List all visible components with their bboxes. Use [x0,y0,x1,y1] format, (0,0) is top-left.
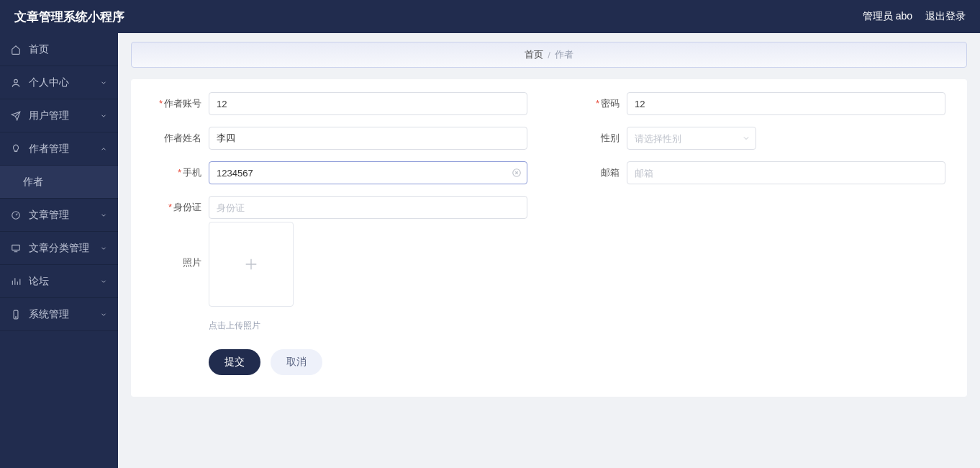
field-email: 邮箱 [571,161,945,184]
barchart-icon [10,276,22,287]
chevron-down-icon [99,244,108,253]
field-photo: 照片 点击上传照片 [153,222,945,332]
lightbulb-icon [10,143,22,155]
sidebar-item-authors[interactable]: 作者管理 [0,132,118,166]
select-gender[interactable] [627,127,756,150]
label-name: 作者姓名 [153,132,201,145]
field-idcard: *身份证 [153,196,527,219]
svg-point-0 [14,79,18,83]
app-header: 文章管理系统小程序 管理员 abo 退出登录 [0,0,980,33]
chevron-down-icon [99,211,108,220]
sidebar-item-label: 首页 [29,43,49,56]
input-account[interactable] [209,92,527,115]
upload-hint: 点击上传照片 [209,320,294,332]
input-name[interactable] [209,127,527,150]
cancel-button[interactable]: 取消 [271,349,322,375]
label-email: 邮箱 [571,166,620,179]
sidebar: 首页 个人中心 用户管理 作者管理 作者 文章管理 文章分类管理 [0,33,118,468]
sidebar-item-categories[interactable]: 文章分类管理 [0,232,118,265]
sidebar-item-system[interactable]: 系统管理 [0,298,118,331]
breadcrumb-current: 作者 [555,48,573,61]
label-phone: *手机 [153,166,201,179]
app-title: 文章管理系统小程序 [14,9,124,25]
input-email[interactable] [627,161,945,184]
sidebar-item-label: 作者 [23,176,43,189]
logout-link[interactable]: 退出登录 [925,10,966,23]
submit-button[interactable]: 提交 [209,349,260,375]
header-actions: 管理员 abo 退出登录 [863,10,966,23]
sidebar-item-profile[interactable]: 个人中心 [0,66,118,99]
field-name: 作者姓名 [153,127,527,150]
breadcrumb-root[interactable]: 首页 [525,48,543,61]
breadcrumb: 首页 / 作者 [131,42,967,68]
sidebar-item-home[interactable]: 首页 [0,33,118,66]
monitor-icon [10,243,22,254]
plus-icon [243,256,259,272]
chevron-down-icon [99,112,108,120]
home-icon [10,44,22,55]
upload-photo-trigger[interactable] [209,222,294,307]
svg-point-4 [15,316,16,317]
label-gender: 性别 [571,132,620,145]
field-phone: *手机 [153,161,527,184]
sidebar-item-label: 作者管理 [29,143,69,156]
chevron-up-icon [99,145,108,153]
label-password: *密码 [571,97,620,110]
sidebar-item-label: 文章分类管理 [29,242,89,255]
sidebar-item-users[interactable]: 用户管理 [0,99,118,132]
input-idcard[interactable] [209,196,527,219]
input-phone[interactable] [209,161,527,184]
sidebar-item-forum[interactable]: 论坛 [0,265,118,298]
breadcrumb-separator: / [548,50,550,60]
field-account: *作者账号 [153,92,527,115]
sidebar-item-label: 个人中心 [29,76,69,89]
sidebar-item-articles[interactable]: 文章管理 [0,199,118,232]
sidebar-item-author[interactable]: 作者 [0,166,118,199]
sidebar-item-label: 论坛 [29,275,49,288]
label-idcard: *身份证 [153,201,201,214]
chevron-down-icon [99,310,108,319]
label-photo: 照片 [153,256,201,269]
user-icon [10,77,22,89]
svg-rect-2 [12,245,20,250]
paperplane-icon [10,110,22,122]
input-password[interactable] [627,92,945,115]
field-gender: 性别 [571,127,945,150]
sidebar-item-label: 文章管理 [29,209,69,222]
author-form: *作者账号 *密码 作者姓名 性别 [131,79,967,397]
clear-icon[interactable] [512,168,522,178]
sidebar-item-label: 用户管理 [29,109,69,122]
field-password: *密码 [571,92,945,115]
form-actions: 提交 取消 [153,349,945,375]
chevron-down-icon [99,78,108,87]
label-account: *作者账号 [153,97,201,110]
chevron-down-icon [99,277,108,286]
main-content: 首页 / 作者 *作者账号 *密码 作者姓名 性别 [118,33,980,468]
phone-icon [10,309,22,320]
gauge-icon [10,210,22,221]
sidebar-item-label: 系统管理 [29,308,69,321]
current-user[interactable]: 管理员 abo [863,10,912,23]
